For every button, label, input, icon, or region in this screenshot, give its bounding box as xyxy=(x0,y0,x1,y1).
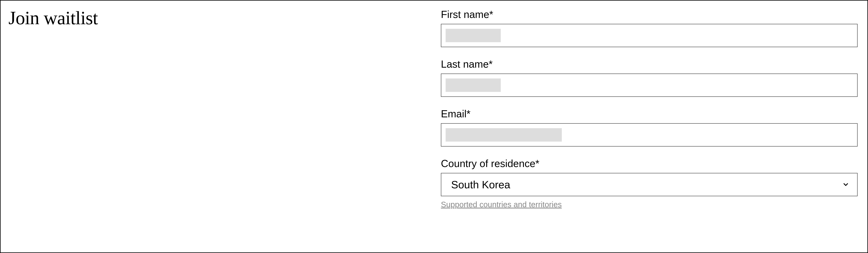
country-selected-value: South Korea xyxy=(451,178,510,191)
supported-countries-link[interactable]: Supported countries and territories xyxy=(441,200,562,209)
page-title: Join waitlist xyxy=(8,8,425,27)
last-name-field: Last name* xyxy=(441,58,858,97)
redacted-value xyxy=(445,29,501,42)
first-name-field: First name* xyxy=(441,8,858,47)
first-name-input[interactable] xyxy=(441,24,858,47)
email-field: Email* xyxy=(441,108,858,146)
redacted-value xyxy=(445,79,501,92)
last-name-label: Last name* xyxy=(441,58,858,70)
form-column: First name* Last name* Email* Country of… xyxy=(441,8,860,249)
chevron-down-icon xyxy=(842,181,849,188)
country-select[interactable]: South Korea xyxy=(441,173,858,196)
waitlist-form-container: Join waitlist First name* Last name* Ema… xyxy=(0,0,868,253)
redacted-value xyxy=(445,128,562,142)
first-name-label: First name* xyxy=(441,8,858,20)
email-label: Email* xyxy=(441,108,858,120)
country-label: Country of residence* xyxy=(441,158,858,169)
left-column: Join waitlist xyxy=(8,8,425,249)
country-field: Country of residence* South Korea xyxy=(441,158,858,196)
last-name-input[interactable] xyxy=(441,74,858,97)
email-input[interactable] xyxy=(441,123,858,146)
